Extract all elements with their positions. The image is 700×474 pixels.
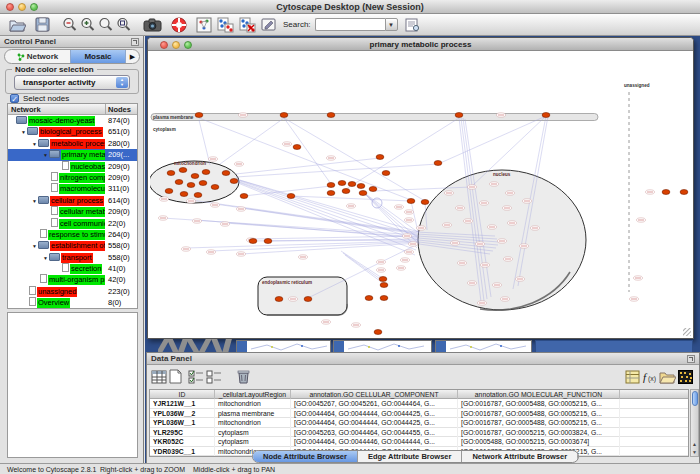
create-view-icon[interactable] [217,16,234,34]
scrollbar-thumb[interactable] [692,391,698,406]
tab-mosaic[interactable]: Mosaic [70,50,126,63]
graph-node[interactable] [280,113,288,118]
tree-row-response-to-stimulu[interactable]: response to stimulu264(0) [8,229,137,240]
graph-node[interactable] [327,191,335,196]
tree-row-metabolic-process[interactable]: ▼metabolic process280(0) [8,138,137,149]
column-header[interactable]: annotation.GO CELLULAR_COMPONENT [291,390,458,399]
network-canvas[interactable]: plasma membranecytoplasmmitochondrionnuc… [150,52,691,337]
graph-node[interactable] [230,179,238,184]
graph-node[interactable] [327,183,335,188]
view-close-button[interactable] [160,41,168,49]
zoom-in-icon[interactable] [80,16,96,34]
destroy-view-icon[interactable] [239,16,256,34]
annotations-icon[interactable] [261,16,277,34]
graph-node[interactable] [191,174,199,179]
new-attribute-icon[interactable] [167,368,184,385]
graph-node[interactable] [662,190,670,195]
graph-node[interactable] [179,168,187,173]
graph-node[interactable] [287,194,295,199]
column-header[interactable]: annotation.GO MOLECULAR_FUNCTION [458,390,620,399]
zoom-button[interactable] [30,3,38,11]
graph-node[interactable] [379,277,387,282]
graph-node[interactable] [380,283,388,288]
graph-node[interactable] [382,171,390,176]
enhanced-search-icon[interactable] [405,16,420,34]
graph-node[interactable] [369,187,377,192]
graph-node[interactable] [342,189,350,194]
tree-row-cellular-process[interactable]: ▼cellular process614(0) [8,195,137,206]
tree-row-primary-metabo[interactable]: ▼primary metabo209(... [8,149,137,160]
view-minimize-button[interactable] [172,41,180,49]
graph-node[interactable] [365,296,373,301]
network-window-titlebar[interactable]: primary metabolic process [148,38,693,51]
zoom-selected-icon[interactable] [116,16,132,34]
graph-node[interactable] [374,330,382,335]
graph-node[interactable] [348,182,356,187]
graph-node[interactable] [542,113,550,118]
tab-node-attribute-browser[interactable]: Node Attribute Browser [253,451,358,462]
graph-node[interactable] [222,171,230,176]
graph-node[interactable] [240,194,248,199]
table-row[interactable]: YPL036W__2plasma membrane[GO:0044464, GO… [150,409,688,419]
graph-node[interactable] [275,297,283,302]
float-panel-icon[interactable] [687,355,695,363]
tree-row-transport[interactable]: ▼transport558(0) [8,252,137,263]
graph-node[interactable] [187,183,195,188]
view-zoom-button[interactable] [184,41,192,49]
graph-node[interactable] [167,171,175,176]
graph-node[interactable] [199,181,207,186]
graph-node[interactable] [376,155,384,160]
graph-node[interactable] [264,239,272,244]
attribute-matrix-icon[interactable] [677,368,694,385]
select-nodes-checkbox[interactable]: ✓ [10,94,19,103]
graph-node[interactable] [338,181,346,186]
tree-row-macromolecule[interactable]: macromolecule311(0) [8,183,137,194]
network-view-window[interactable]: primary metabolic process plasma membran… [147,37,694,339]
search-input[interactable] [315,18,385,31]
table-row[interactable]: YLR295Ccytoplasm[GO:0045263, GO:0044464,… [150,428,688,438]
graph-node[interactable] [407,199,415,204]
graph-node[interactable] [421,200,429,205]
table-row[interactable]: YJR121W__1mitochondrion[GO:0045267, GO:0… [150,399,688,409]
import-attributes-icon[interactable] [659,368,676,385]
table-scrollbar[interactable]: ▲ ▼ [690,389,699,457]
tab-network-attribute-browser[interactable]: Network Attribute Browser [462,451,578,462]
table-row[interactable]: YPL036W__1mitochondrion[GO:0044464, GO:0… [150,418,688,428]
scroll-up-icon[interactable]: ▲ [691,441,698,447]
graph-node[interactable] [165,189,173,194]
close-button[interactable] [6,3,14,11]
network-overview-icon[interactable] [196,16,212,34]
zoom-out-icon[interactable] [62,16,78,34]
tab-overflow-arrow[interactable]: ▶ [126,53,139,61]
tree-row-overview[interactable]: Overview8(0) [8,297,137,308]
graph-node[interactable] [680,190,688,195]
save-session-icon[interactable] [35,16,50,34]
delete-attribute-icon[interactable] [235,368,252,385]
tree-row-nucleobase-[interactable]: nucleobase-209(0) [8,161,137,172]
minimize-button[interactable] [18,3,26,11]
tab-edge-attribute-browser[interactable]: Edge Attribute Browser [358,451,462,462]
column-header[interactable]: _cellularLayoutRegion [215,390,291,399]
tree-row-cellular-metabo[interactable]: cellular metabo209(0) [8,206,137,217]
graph-node[interactable] [194,193,202,198]
graph-node[interactable] [195,113,203,118]
graph-node[interactable] [380,296,388,301]
graph-node[interactable] [304,297,312,302]
float-panel-icon[interactable] [131,38,139,46]
open-session-icon[interactable] [8,16,26,34]
graph-node[interactable] [175,180,183,185]
table-row[interactable]: YKR052Ccytoplasm[GO:0044464, GO:0044446,… [150,437,688,447]
graph-node[interactable] [202,170,210,175]
column-header[interactable]: ID [150,390,215,399]
graph-node[interactable] [327,113,335,118]
scroll-down-icon[interactable]: ▼ [691,449,698,455]
tree-row-multi-organism-pro[interactable]: multi-organism pro42(0) [8,274,137,285]
graph-node[interactable] [211,185,219,190]
attribute-table-icon[interactable] [150,368,167,385]
graph-node[interactable] [357,184,365,189]
graph-node[interactable] [249,239,257,244]
snapshot-icon[interactable] [143,16,162,34]
unselect-attributes-icon[interactable] [205,368,222,385]
tree-row-unassigned[interactable]: unassigned223(0) [8,286,137,297]
graph-node[interactable] [359,191,367,196]
